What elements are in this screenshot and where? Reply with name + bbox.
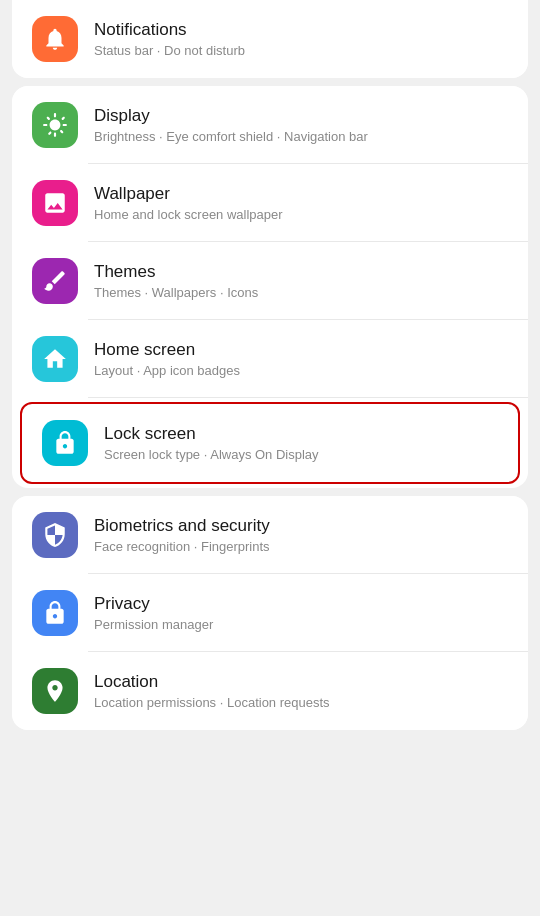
settings-item-lockscreen[interactable]: Lock screen Screen lock type · Always On… [20,402,520,484]
settings-item-biometrics[interactable]: Biometrics and security Face recognition… [12,496,528,574]
settings-item-display[interactable]: Display Brightness · Eye comfort shield … [12,86,528,164]
settings-item-privacy[interactable]: Privacy Permission manager [12,574,528,652]
privacy-text: Privacy Permission manager [94,594,508,632]
display-title: Display [94,106,508,126]
wallpaper-subtitle: Home and lock screen wallpaper [94,207,508,222]
wallpaper-icon [32,180,78,226]
settings-item-location[interactable]: Location Location permissions · Location… [12,652,528,730]
themes-title: Themes [94,262,508,282]
location-title: Location [94,672,508,692]
location-icon [32,668,78,714]
lockscreen-subtitle: Screen lock type · Always On Display [104,447,498,462]
notifications-text: Notifications Status bar · Do not distur… [94,20,508,58]
notifications-icon [32,16,78,62]
privacy-icon [32,590,78,636]
homescreen-text: Home screen Layout · App icon badges [94,340,508,378]
settings-list: Notifications Status bar · Do not distur… [0,0,540,730]
themes-text: Themes Themes · Wallpapers · Icons [94,262,508,300]
homescreen-subtitle: Layout · App icon badges [94,363,508,378]
wallpaper-title: Wallpaper [94,184,508,204]
lockscreen-title: Lock screen [104,424,498,444]
homescreen-title: Home screen [94,340,508,360]
middle-card: Display Brightness · Eye comfort shield … [12,86,528,488]
biometrics-icon [32,512,78,558]
privacy-title: Privacy [94,594,508,614]
settings-item-wallpaper[interactable]: Wallpaper Home and lock screen wallpaper [12,164,528,242]
notifications-subtitle: Status bar · Do not disturb [94,43,508,58]
settings-item-homescreen[interactable]: Home screen Layout · App icon badges [12,320,528,398]
settings-item-notifications[interactable]: Notifications Status bar · Do not distur… [12,0,528,78]
biometrics-title: Biometrics and security [94,516,508,536]
top-card: Notifications Status bar · Do not distur… [12,0,528,78]
location-subtitle: Location permissions · Location requests [94,695,508,710]
privacy-subtitle: Permission manager [94,617,508,632]
wallpaper-text: Wallpaper Home and lock screen wallpaper [94,184,508,222]
themes-icon [32,258,78,304]
homescreen-icon [32,336,78,382]
bottom-card: Biometrics and security Face recognition… [12,496,528,730]
display-subtitle: Brightness · Eye comfort shield · Naviga… [94,129,508,144]
settings-item-themes[interactable]: Themes Themes · Wallpapers · Icons [12,242,528,320]
location-text: Location Location permissions · Location… [94,672,508,710]
biometrics-subtitle: Face recognition · Fingerprints [94,539,508,554]
display-text: Display Brightness · Eye comfort shield … [94,106,508,144]
display-icon [32,102,78,148]
notifications-title: Notifications [94,20,508,40]
themes-subtitle: Themes · Wallpapers · Icons [94,285,508,300]
lockscreen-icon [42,420,88,466]
biometrics-text: Biometrics and security Face recognition… [94,516,508,554]
lockscreen-text: Lock screen Screen lock type · Always On… [104,424,498,462]
